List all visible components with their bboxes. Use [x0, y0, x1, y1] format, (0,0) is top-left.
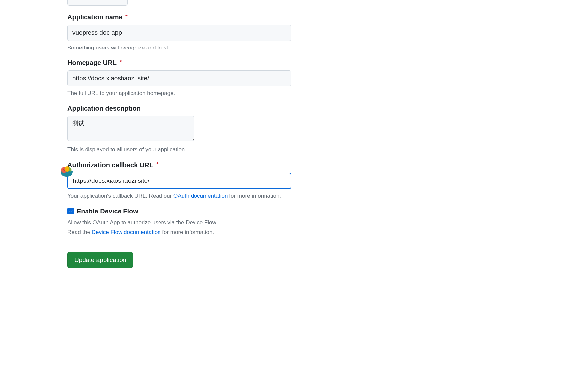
callback-help-suffix: for more information. [228, 193, 281, 199]
app-description-input[interactable] [67, 116, 194, 141]
checkmark-icon [68, 209, 73, 213]
svg-point-2 [63, 169, 64, 170]
app-description-label-text: Application description [67, 105, 141, 112]
oauth-docs-link[interactable]: OAuth documentation [173, 193, 228, 199]
required-asterisk-icon: * [125, 14, 127, 19]
callback-url-label: Authorization callback URL * [67, 160, 433, 170]
partial-input-remnant [67, 0, 128, 6]
app-name-help: Something users will recognize and trust… [67, 44, 433, 52]
app-description-label: Application description [67, 103, 433, 113]
callback-help-prefix: Your application's callback URL. Read ou… [67, 193, 173, 199]
device-flow-checkbox[interactable] [67, 208, 74, 214]
required-asterisk-icon: * [156, 162, 158, 167]
homepage-url-help: The full URL to your application homepag… [67, 89, 433, 98]
callback-url-help: Your application's callback URL. Read ou… [67, 192, 433, 200]
device-flow-help: Allow this OAuth App to authorize users … [67, 218, 433, 237]
app-name-group: Application name * Something users will … [67, 12, 433, 52]
device-flow-help-line1: Allow this OAuth App to authorize users … [67, 218, 433, 228]
device-flow-help-suffix: for more information. [161, 229, 214, 235]
device-flow-label: Enable Device Flow [77, 206, 138, 216]
svg-point-4 [63, 171, 63, 171]
app-description-group: Application description This is displaye… [67, 103, 433, 154]
callback-url-label-text: Authorization callback URL [67, 161, 153, 169]
app-description-help: This is displayed to all users of your a… [67, 146, 433, 154]
device-flow-docs-link[interactable]: Device Flow documentation [92, 229, 161, 235]
device-flow-group: Enable Device Flow Allow this OAuth App … [67, 206, 433, 237]
callback-url-group: Authorization callback URL * Your applic… [67, 160, 433, 200]
fruit-bowl-icon [59, 164, 74, 179]
device-flow-checkbox-row: Enable Device Flow [67, 206, 433, 216]
homepage-url-group: Homepage URL * The full URL to your appl… [67, 58, 433, 97]
homepage-url-input[interactable] [67, 70, 291, 86]
app-name-label: Application name * [67, 12, 433, 22]
callback-url-input[interactable] [67, 173, 291, 189]
homepage-url-label-text: Homepage URL [67, 59, 117, 66]
app-name-input[interactable] [67, 25, 291, 41]
svg-point-3 [64, 170, 65, 171]
required-asterisk-icon: * [120, 59, 122, 65]
update-application-button[interactable]: Update application [67, 252, 133, 268]
device-flow-help-prefix: Read the [67, 229, 92, 235]
app-name-label-text: Application name [67, 14, 123, 21]
section-divider [67, 245, 429, 245]
homepage-url-label: Homepage URL * [67, 58, 433, 68]
device-flow-help-line2: Read the Device Flow documentation for m… [67, 228, 433, 237]
